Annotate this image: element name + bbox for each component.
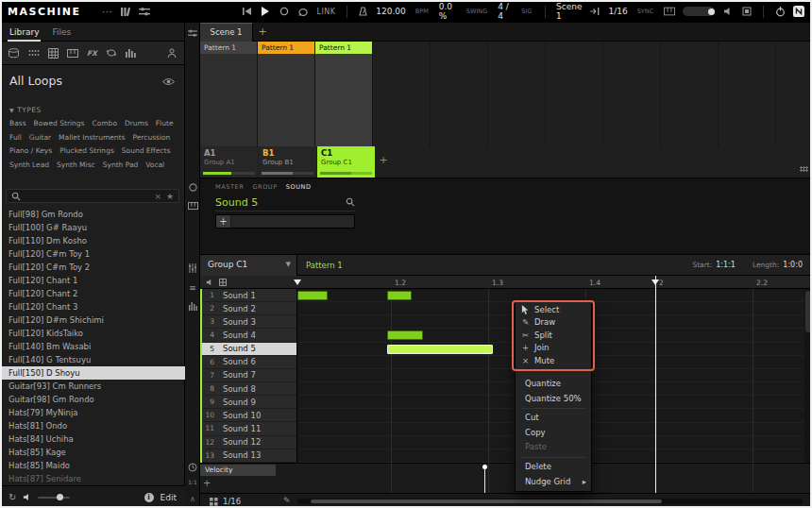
bpm-value[interactable]: 120.00 bbox=[376, 7, 406, 16]
group-selector[interactable]: Group C1 ▼ bbox=[200, 255, 297, 276]
mix-view-icon[interactable] bbox=[139, 6, 150, 17]
play-icon[interactable] bbox=[260, 7, 271, 16]
search-bar[interactable]: × ★ bbox=[6, 189, 179, 203]
type-filter-percussion[interactable]: Percussion bbox=[132, 131, 170, 145]
scene-selector[interactable]: Scene 1 bbox=[556, 2, 582, 21]
list-item[interactable]: Hats[87] Senidare bbox=[0, 472, 185, 485]
list-item[interactable]: Full[120] Chant 2 bbox=[0, 287, 185, 300]
menu-item-select[interactable]: Select bbox=[516, 304, 591, 316]
sound-row[interactable]: 2Sound 2 bbox=[200, 302, 296, 315]
menu-item-draw[interactable]: ✎Draw bbox=[516, 316, 591, 329]
list-item[interactable]: Full[120] Chant 3 bbox=[0, 300, 185, 313]
link-button[interactable]: LINK bbox=[316, 8, 335, 16]
type-filter-synth-misc[interactable]: Synth Misc bbox=[57, 159, 95, 173]
instruments-icon[interactable] bbox=[67, 49, 78, 58]
group-slot-a1[interactable]: A1Group A1 bbox=[200, 146, 258, 178]
volume-thumb[interactable] bbox=[708, 8, 715, 15]
sound-row[interactable]: 3Sound 3 bbox=[200, 315, 296, 329]
list-item[interactable]: Hats[85] Maido bbox=[0, 459, 185, 472]
type-filter-bass[interactable]: Bass bbox=[9, 117, 26, 131]
list-item[interactable]: Full[110] Dm Kosho bbox=[0, 234, 185, 247]
projects-icon[interactable] bbox=[8, 48, 20, 59]
menu-item-copy[interactable]: Copy bbox=[516, 426, 591, 441]
list-item[interactable]: Guitar[93] Cm Runners bbox=[0, 380, 185, 393]
search-input[interactable] bbox=[25, 192, 149, 201]
metronome-icon[interactable] bbox=[357, 7, 368, 16]
menu-item-join[interactable]: +Join bbox=[516, 342, 591, 354]
effects-icon[interactable]: FX bbox=[87, 49, 97, 58]
menu-item-paste[interactable]: Paste bbox=[516, 440, 591, 455]
timeline-ruler[interactable]: 1.21.31.422.2 bbox=[200, 276, 812, 289]
list-item[interactable]: Full[140] Bm Wasabi bbox=[0, 340, 185, 353]
loops-icon[interactable] bbox=[106, 48, 117, 58]
add-modulation-button[interactable]: + bbox=[203, 478, 211, 488]
info-icon[interactable]: i bbox=[144, 493, 154, 502]
sound-row[interactable]: 5Sound 5 bbox=[200, 343, 296, 356]
sounds-icon[interactable] bbox=[48, 48, 59, 59]
list-item[interactable]: Full[98] Gm Rondo bbox=[0, 208, 185, 221]
type-filter-piano-keys[interactable]: Piano / Keys bbox=[9, 144, 52, 159]
master-volume-slider[interactable] bbox=[683, 7, 715, 16]
tab-files[interactable]: Files bbox=[52, 23, 71, 42]
browser-icon[interactable] bbox=[120, 6, 131, 17]
tab-library[interactable]: Library bbox=[9, 23, 39, 42]
menu-item-nudge-grid[interactable]: Nudge Grid▸ bbox=[516, 475, 591, 490]
prehear-loop-icon[interactable]: ↻ bbox=[8, 492, 16, 502]
list-item[interactable]: Full[100] G# Raayu bbox=[0, 221, 185, 234]
cue-icon[interactable] bbox=[722, 7, 734, 16]
record-icon[interactable] bbox=[279, 7, 290, 16]
pad-grid-icon[interactable] bbox=[219, 279, 227, 286]
pattern-lane[interactable] bbox=[315, 54, 372, 146]
velocity-stem[interactable] bbox=[484, 466, 485, 494]
list-item[interactable]: Hats[84] Uchiha bbox=[0, 432, 185, 446]
vertical-scrollbar[interactable] bbox=[804, 289, 812, 463]
menu-item-split[interactable]: ✂Split bbox=[516, 330, 591, 342]
sound-row[interactable]: 1Sound 1 bbox=[200, 289, 296, 302]
type-filter-combo[interactable]: Combo bbox=[92, 117, 116, 131]
groups-icon[interactable] bbox=[28, 49, 40, 57]
restart-icon[interactable] bbox=[241, 7, 252, 16]
list-item[interactable]: Full[120] C#m Toy 1 bbox=[0, 247, 185, 261]
sync-value[interactable]: 1/16 bbox=[608, 7, 627, 16]
note-block[interactable] bbox=[387, 330, 423, 340]
note-block[interactable] bbox=[387, 291, 412, 300]
sound-row[interactable]: 10Sound 10 bbox=[200, 409, 296, 422]
tab-master[interactable]: MASTER bbox=[215, 183, 244, 191]
menu-item-quantize-50[interactable]: Quantize 50% bbox=[516, 392, 591, 407]
vscrollbar-thumb[interactable] bbox=[805, 291, 811, 332]
menu-item-delete[interactable]: Delete bbox=[516, 460, 591, 475]
list-item[interactable]: Hats[85] Kage bbox=[0, 446, 185, 459]
velocity-handle[interactable] bbox=[482, 465, 487, 469]
eq-bars-icon[interactable] bbox=[185, 302, 200, 311]
menu-item-cut[interactable]: Cut bbox=[516, 411, 591, 426]
type-filter-synth-lead[interactable]: Synth Lead bbox=[9, 159, 49, 173]
mixer-icon[interactable] bbox=[185, 263, 200, 273]
sound-row[interactable]: 9Sound 9 bbox=[200, 396, 296, 409]
length-value[interactable]: 1:0:0 bbox=[783, 255, 803, 276]
arranger-view-icon[interactable] bbox=[185, 28, 200, 38]
velocity-mode-selector[interactable]: Velocity bbox=[200, 465, 276, 476]
keyboard-icon[interactable] bbox=[664, 7, 675, 16]
prehear-volume-slider[interactable] bbox=[38, 497, 70, 499]
pattern-cell[interactable]: Pattern 1 bbox=[315, 42, 372, 54]
type-filter-sound-effects[interactable]: Sound Effects bbox=[122, 144, 171, 159]
menu-item-quantize[interactable]: Quantize bbox=[516, 377, 591, 392]
menu-item-mute[interactable]: ×Mute bbox=[516, 355, 591, 367]
eye-icon[interactable] bbox=[162, 77, 175, 86]
list-item[interactable]: Full[120] C#m Toy 2 bbox=[0, 261, 185, 274]
list-item[interactable]: Guitar[98] Gm Rondo bbox=[0, 393, 185, 406]
sound-row[interactable]: 12Sound 12 bbox=[200, 436, 296, 449]
retrigger-icon[interactable] bbox=[589, 8, 601, 15]
sound-name-field[interactable]: Sound 5 bbox=[215, 194, 355, 212]
tab-group[interactable]: GROUP bbox=[252, 183, 277, 191]
pattern-name-label[interactable]: Pattern 1 bbox=[306, 255, 343, 276]
follow-ratio-icon[interactable]: 1:1 bbox=[185, 479, 200, 485]
note-block[interactable] bbox=[387, 345, 493, 354]
sound-row[interactable]: 7Sound 7 bbox=[200, 369, 296, 382]
sound-row[interactable]: 13Sound 13 bbox=[200, 449, 296, 463]
list-item[interactable]: Full[150] D Shoyu bbox=[0, 366, 185, 380]
type-filter-full[interactable]: Full bbox=[9, 131, 22, 145]
pattern-cell[interactable]: Pattern 1 bbox=[258, 42, 314, 54]
clear-search-icon[interactable]: × bbox=[154, 192, 161, 201]
horizontal-scrollbar[interactable] bbox=[297, 499, 803, 504]
